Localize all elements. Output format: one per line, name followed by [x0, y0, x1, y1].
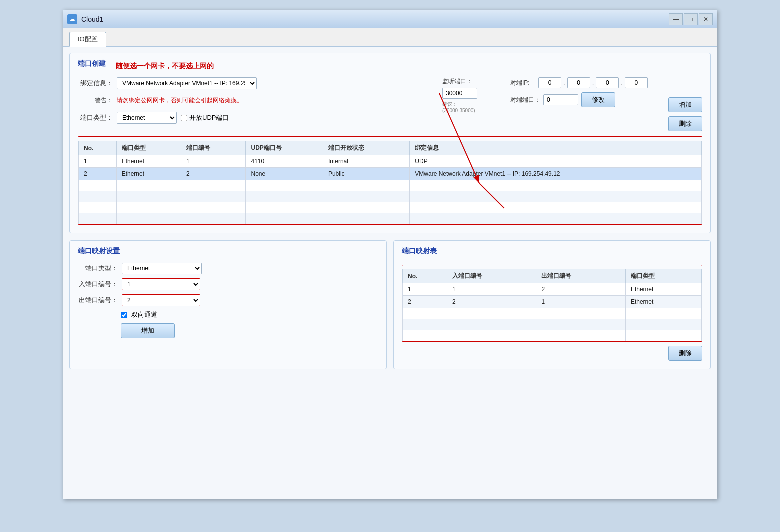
out-port-select-wrapper: 2 1 [122, 294, 200, 306]
mapping-form: 端口类型： Ethernet UDP 入端口编号： 1 2 [78, 261, 378, 338]
delete-port-button[interactable]: 删除 [668, 116, 702, 131]
in-port-select[interactable]: 1 2 [122, 279, 200, 290]
bidirectional-label: 双向通道 [131, 310, 157, 319]
modify-button[interactable]: 修改 [581, 92, 615, 107]
bind-label: 绑定信息： [78, 79, 113, 88]
mcol-outport: 出端口编号 [536, 269, 626, 283]
main-content: 端口创建 随便选一个网卡，不要选上网的 绑定信息： VMware Network… [63, 47, 717, 499]
in-port-row: 入端口编号： 1 2 [78, 278, 378, 290]
listen-port-label: 监听端口： [442, 77, 472, 86]
table-row[interactable]: 1 1 2 Ethernet [403, 283, 702, 296]
maximize-button[interactable]: □ [684, 13, 698, 25]
open-udp-checkbox[interactable] [181, 115, 187, 121]
bidirectional-checkbox[interactable] [121, 312, 127, 318]
mapping-delete-button[interactable]: 删除 [668, 346, 702, 361]
port-type-row: 端口类型： Ethernet UDP 开放UDP端口 [78, 112, 434, 124]
open-udp-label: 开放UDP端口 [189, 113, 229, 122]
empty-row [403, 319, 702, 330]
cell-portno: 2 [181, 168, 246, 180]
out-port-label: 出端口编号： [78, 296, 118, 305]
port-table-header: No. 端口类型 端口编号 UDP端口号 端口开放状态 绑定信息 [79, 141, 702, 155]
close-button[interactable]: ✕ [699, 13, 713, 25]
warning-label: 警告： [78, 96, 113, 105]
mapping-table: No. 入端口编号 出端口编号 端口类型 1 1 2 Ether [402, 269, 702, 341]
port-type-select[interactable]: Ethernet UDP [117, 112, 177, 124]
main-window: ☁ Cloud1 ― □ ✕ IO配置 端口创建 随便选一个网卡，不要选上网的 [63, 10, 717, 499]
tab-io-config[interactable]: IO配置 [69, 32, 106, 47]
cell-portno: 1 [181, 155, 246, 168]
warning-row: 警告： 请勿绑定公网网卡，否则可能会引起网络瘫痪。 [78, 96, 434, 105]
col-udpport: UDP端口号 [246, 141, 323, 155]
cell-udpport: 4110 [246, 155, 323, 168]
empty-row [403, 308, 702, 319]
remote-ip-2[interactable] [567, 77, 590, 88]
port-mapping-table-section: 端口映射表 No. 入端口编号 出端口编号 端口类型 [393, 240, 711, 369]
bidirectional-row: 双向通道 [121, 310, 378, 319]
port-type-label: 端口类型： [78, 113, 113, 122]
bind-info-row: 绑定信息： VMware Network Adapter VMnet1 -- I… [78, 77, 434, 89]
port-creation-section: 端口创建 随便选一个网卡，不要选上网的 绑定信息： VMware Network… [69, 53, 711, 233]
port-mapping-table-title: 端口映射表 [402, 247, 437, 256]
bottom-sections: 端口映射设置 端口类型： Ethernet UDP 入端口编号： [69, 240, 711, 376]
mcol-no: No. [403, 269, 447, 283]
remote-ip-3[interactable] [596, 77, 619, 88]
mapping-table-header: No. 入端口编号 出端口编号 端口类型 [403, 269, 702, 283]
remote-ip-1[interactable] [538, 77, 561, 88]
remote-ip-label: 对端IP: [510, 79, 535, 87]
listen-hint: 建议： (30000-35000) [442, 101, 502, 113]
col-status: 端口开放状态 [323, 141, 409, 155]
delete-btn-wrapper: 删除 [402, 346, 702, 361]
port-mapping-title: 端口映射设置 [78, 247, 120, 256]
minimize-button[interactable]: ― [669, 13, 683, 25]
port-table-wrapper: No. 端口类型 端口编号 UDP端口号 端口开放状态 绑定信息 1 Ether… [78, 136, 702, 225]
out-port-row: 出端口编号： 2 1 [78, 294, 378, 306]
empty-row [79, 202, 702, 213]
cell-udpport: None [246, 168, 323, 180]
port-mapping-section: 端口映射设置 端口类型： Ethernet UDP 入端口编号： [69, 240, 387, 369]
mapping-add-button[interactable]: 增加 [121, 323, 175, 338]
remote-ip-4[interactable] [625, 77, 648, 88]
cell-status: Public [323, 168, 409, 180]
mapping-type-label: 端口类型： [78, 264, 118, 273]
window-controls: ― □ ✕ [669, 13, 713, 25]
cell-binding: UDP [410, 155, 702, 168]
hint-text: 随便选一个网卡，不要选上网的 [116, 62, 214, 71]
title-bar: ☁ Cloud1 ― □ ✕ [63, 10, 717, 28]
out-port-select[interactable]: 2 1 [122, 295, 200, 306]
col-binding: 绑定信息 [410, 141, 702, 155]
table-row[interactable]: 1 Ethernet 1 4110 Internal UDP [79, 155, 702, 168]
empty-row [79, 213, 702, 224]
table-row[interactable]: 2 Ethernet 2 None Public VMware Network … [79, 168, 702, 180]
empty-row [403, 330, 702, 341]
window-title: Cloud1 [81, 15, 669, 23]
listen-port-input[interactable] [442, 88, 477, 99]
mcol-type: 端口类型 [625, 269, 701, 283]
remote-port-input[interactable] [543, 94, 578, 105]
udp-checkbox-row: 开放UDP端口 [181, 113, 229, 122]
mapping-add-btn-wrapper: 增加 [121, 323, 378, 338]
warning-text: 请勿绑定公网网卡，否则可能会引起网络瘫痪。 [117, 96, 243, 105]
cell-binding: VMware Network Adapter VMnet1 -- IP: 169… [410, 168, 702, 180]
cell-no: 2 [79, 168, 117, 180]
remote-port-label: 对端端口： [510, 96, 540, 104]
empty-row [79, 180, 702, 191]
empty-row [79, 191, 702, 202]
col-portno: 端口编号 [181, 141, 246, 155]
port-table: No. 端口类型 端口编号 UDP端口号 端口开放状态 绑定信息 1 Ether… [78, 141, 702, 224]
port-creation-title: 端口创建 [78, 59, 106, 68]
tab-bar: IO配置 [63, 28, 717, 47]
mapping-type-select[interactable]: Ethernet UDP [122, 263, 202, 274]
cell-type: Ethernet [116, 155, 181, 168]
bind-select[interactable]: VMware Network Adapter VMnet1 -- IP: 169… [117, 77, 257, 89]
table-row[interactable]: 2 2 1 Ethernet [403, 296, 702, 308]
col-no: No. [79, 141, 117, 155]
in-port-select-wrapper: 1 2 [122, 278, 200, 290]
app-icon: ☁ [67, 14, 77, 24]
in-port-label: 入端口编号： [78, 280, 118, 289]
remote-ip-group: . . . [538, 77, 648, 88]
mcol-inport: 入端口编号 [447, 269, 536, 283]
cell-no: 1 [79, 155, 117, 168]
add-port-button[interactable]: 增加 [668, 97, 702, 112]
mapping-table-wrapper: No. 入端口编号 出端口编号 端口类型 1 1 2 Ether [402, 265, 702, 342]
cell-type: Ethernet [116, 168, 181, 180]
